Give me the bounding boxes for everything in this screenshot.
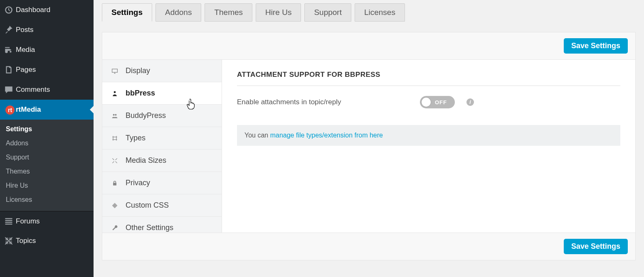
sidebar-item-label: Pages [16, 66, 36, 74]
hint-prefix: You can [244, 132, 270, 139]
sidebar-item-forums[interactable]: Forums [0, 211, 94, 231]
settings-panel: Save Settings Display bbPress BuddyPress… [102, 32, 636, 260]
vnav-label: Other Settings [126, 223, 173, 232]
vnav-custom-css[interactable]: Custom CSS [102, 194, 222, 217]
save-button-bottom[interactable]: Save Settings [564, 239, 628, 254]
group-icon [111, 113, 119, 119]
types-icon [111, 135, 119, 142]
save-button-top[interactable]: Save Settings [564, 38, 628, 54]
tab-bar: Settings Addons Themes Hire Us Support L… [102, 0, 636, 22]
vnav-label: Types [126, 134, 146, 142]
topics-icon [4, 236, 16, 245]
vnav-bbpress[interactable]: bbPress [102, 82, 222, 105]
svg-rect-0 [112, 69, 118, 72]
svg-point-2 [113, 114, 115, 115]
save-bar-bottom: Save Settings [102, 233, 635, 260]
rtmedia-icon: rt [4, 105, 16, 115]
sidebar-item-topics[interactable]: Topics [0, 231, 94, 251]
sidebar-item-label: Posts [16, 26, 34, 34]
sidebar-item-label: Topics [16, 237, 36, 245]
vnav-label: Privacy [126, 179, 150, 187]
vnav-label: BuddyPress [126, 111, 166, 120]
save-bar-top: Save Settings [102, 32, 635, 60]
info-icon[interactable]: i [466, 98, 474, 106]
dashboard-icon [4, 5, 16, 15]
option-label: Enable attachments in topic/reply [237, 98, 412, 106]
manage-file-types-link[interactable]: manage file types/extension from here [270, 132, 383, 139]
sidebar-item-media[interactable]: Media [0, 40, 94, 60]
subitem-addons[interactable]: Addons [0, 136, 94, 150]
wrench-icon [111, 225, 119, 231]
vnav-label: Display [126, 66, 150, 75]
main-content: Settings Addons Themes Hire Us Support L… [94, 0, 644, 277]
forums-icon [4, 217, 16, 226]
tab-settings[interactable]: Settings [102, 3, 152, 22]
sidebar-item-rtmedia[interactable]: rt rtMedia [0, 100, 94, 120]
expand-icon [111, 157, 119, 164]
svg-point-3 [115, 114, 116, 115]
person-icon [111, 90, 119, 97]
sidebar-item-label: Comments [16, 86, 50, 94]
sidebar-item-label: Media [16, 46, 35, 54]
tab-addons[interactable]: Addons [155, 3, 201, 22]
subitem-support[interactable]: Support [0, 150, 94, 164]
diamond-icon [111, 202, 119, 209]
settings-vertical-nav: Display bbPress BuddyPress Types Media S… [102, 60, 222, 260]
tab-support[interactable]: Support [304, 3, 351, 22]
settings-body: Display bbPress BuddyPress Types Media S… [102, 60, 635, 260]
comment-icon [4, 85, 16, 94]
subitem-settings[interactable]: Settings [0, 122, 94, 136]
toggle-enable-attachments[interactable]: OFF [420, 96, 455, 108]
admin-sidebar: Dashboard Posts Media Pages Comments rt … [0, 0, 94, 277]
sidebar-item-comments[interactable]: Comments [0, 80, 94, 100]
vnav-types[interactable]: Types [102, 127, 222, 150]
vnav-label: bbPress [126, 89, 155, 98]
pin-icon [4, 25, 16, 34]
sidebar-item-dashboard[interactable]: Dashboard [0, 0, 94, 20]
tab-themes[interactable]: Themes [205, 3, 252, 22]
option-row-enable-attachments: Enable attachments in topic/reply OFF i [237, 96, 620, 108]
rtmedia-submenu: Settings Addons Support Themes Hire Us L… [0, 120, 94, 211]
toggle-state-label: OFF [435, 99, 447, 105]
section-heading: ATTACHMENT SUPPORT FOR BBPRESS [237, 71, 620, 86]
vnav-display[interactable]: Display [102, 60, 222, 82]
content-pane: ATTACHMENT SUPPORT FOR BBPRESS Enable at… [222, 60, 635, 260]
lock-icon [111, 180, 119, 186]
vnav-privacy[interactable]: Privacy [102, 172, 222, 194]
toggle-knob [422, 98, 431, 107]
media-icon [4, 45, 16, 54]
sidebar-item-label: Dashboard [16, 6, 50, 14]
pages-icon [4, 65, 16, 74]
sidebar-item-pages[interactable]: Pages [0, 60, 94, 80]
subitem-hireus[interactable]: Hire Us [0, 179, 94, 193]
vnav-media-sizes[interactable]: Media Sizes [102, 150, 222, 172]
svg-point-1 [114, 91, 116, 93]
vnav-buddypress[interactable]: BuddyPress [102, 105, 222, 127]
tab-licenses[interactable]: Licenses [355, 3, 405, 22]
vnav-label: Custom CSS [126, 201, 169, 210]
vnav-label: Media Sizes [126, 156, 166, 165]
tab-hireus[interactable]: Hire Us [256, 3, 301, 22]
subitem-licenses[interactable]: Licenses [0, 193, 94, 207]
subitem-themes[interactable]: Themes [0, 164, 94, 179]
hint-box: You can manage file types/extension from… [237, 125, 620, 146]
sidebar-item-posts[interactable]: Posts [0, 20, 94, 40]
sidebar-item-label: Forums [16, 217, 40, 226]
display-icon [111, 68, 119, 74]
sidebar-item-label: rtMedia [16, 105, 41, 114]
